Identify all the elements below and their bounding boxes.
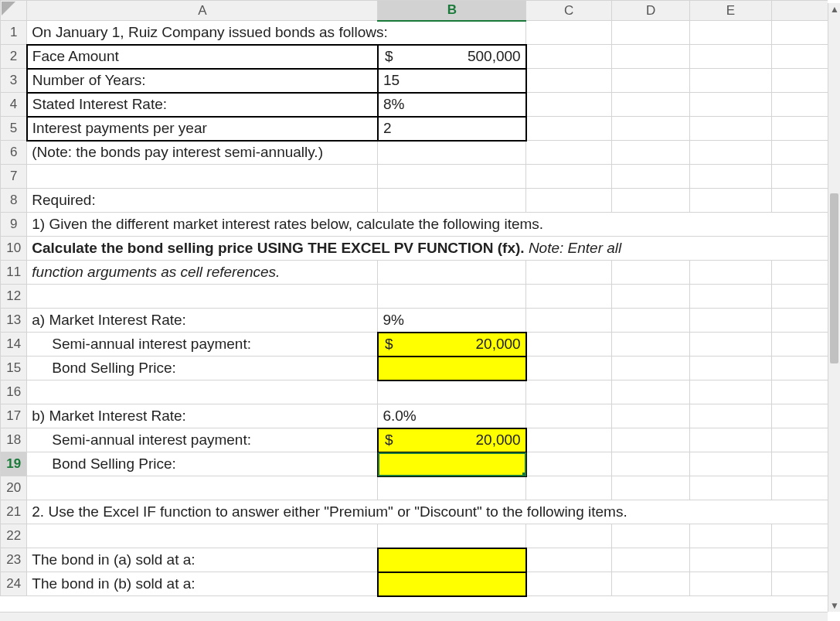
cell-D2[interactable] [612,45,690,69]
cell-A16[interactable] [27,380,378,404]
cell-D18[interactable] [612,428,690,452]
cell-A2[interactable]: Face Amount [27,45,378,69]
cell-E1[interactable] [690,21,772,45]
cell-B12[interactable] [378,285,526,309]
cell-F16[interactable] [772,380,828,404]
cell-F11[interactable] [772,261,828,285]
cell-A6[interactable]: (Note: the bonds pay interest semi-annua… [27,141,378,165]
cell-C18[interactable] [526,428,612,452]
cell-F4[interactable] [772,93,828,117]
row-header-11[interactable]: 11 [1,261,27,285]
cell-E19[interactable] [690,452,772,476]
cell-F2[interactable] [772,45,828,69]
row-header-19[interactable]: 19 [1,452,27,476]
cell-E3[interactable] [690,69,772,93]
cell-E22[interactable] [690,524,772,548]
cell-E16[interactable] [690,380,772,404]
worksheet-grid[interactable]: A B C D E 1 On January 1, Ruiz Company i… [0,0,828,612]
cell-C14[interactable] [526,333,612,357]
cell-E12[interactable] [690,285,772,309]
cell-F3[interactable] [772,69,828,93]
cell-A1[interactable]: On January 1, Ruiz Company issued bonds … [27,21,526,45]
row-header-22[interactable]: 22 [1,524,27,548]
row-header-9[interactable]: 9 [1,213,27,237]
cell-E11[interactable] [690,261,772,285]
cell-D15[interactable] [612,357,690,380]
cell-F20[interactable] [772,476,828,500]
cell-B18[interactable]: $ 20,000 [378,428,526,452]
row-header-2[interactable]: 2 [1,45,27,69]
row-header-5[interactable]: 5 [1,117,27,141]
cell-A3[interactable]: Number of Years: [27,69,378,93]
cell-F18[interactable] [772,428,828,452]
horizontal-scrollbar[interactable] [0,612,828,621]
cell-A5[interactable]: Interest payments per year [27,117,378,141]
cell-F19[interactable] [772,452,828,476]
cell-D3[interactable] [612,69,690,93]
cell-A10[interactable]: Calculate the bond selling price USING T… [27,237,828,261]
cell-F7[interactable] [772,165,828,189]
cell-A8[interactable]: Required: [27,189,378,213]
cell-C5[interactable] [526,117,612,141]
cell-E23[interactable] [690,548,772,572]
cell-D13[interactable] [612,309,690,333]
cell-E18[interactable] [690,428,772,452]
cell-A18[interactable]: Semi-annual interest payment: [27,428,378,452]
cell-C11[interactable] [526,261,612,285]
col-header-D[interactable]: D [612,1,690,21]
col-header-E[interactable]: E [690,1,772,21]
row-header-20[interactable]: 20 [1,476,27,500]
cell-D6[interactable] [612,141,690,165]
cell-D1[interactable] [612,21,690,45]
cell-C4[interactable] [526,93,612,117]
row-header-6[interactable]: 6 [1,141,27,165]
cell-E5[interactable] [690,117,772,141]
col-header-A[interactable]: A [27,1,378,21]
cell-D7[interactable] [612,165,690,189]
cell-C12[interactable] [526,285,612,309]
cell-E2[interactable] [690,45,772,69]
cell-A23[interactable]: The bond in (a) sold at a: [27,548,378,572]
cell-C19[interactable] [526,452,612,476]
cell-A19[interactable]: Bond Selling Price: [27,452,378,476]
cell-A12[interactable] [27,285,378,309]
row-header-14[interactable]: 14 [1,333,27,357]
row-header-10[interactable]: 10 [1,237,27,261]
cell-A14[interactable]: Semi-annual interest payment: [27,333,378,357]
cell-B17[interactable]: 6.0% [378,404,526,428]
cell-F22[interactable] [772,524,828,548]
cell-B6[interactable] [378,141,526,165]
cell-F1[interactable] [772,21,828,45]
cell-C15[interactable] [526,357,612,380]
cell-B7[interactable] [378,165,526,189]
cell-F14[interactable] [772,333,828,357]
cell-D17[interactable] [612,404,690,428]
cell-B5[interactable]: 2 [378,117,526,141]
scroll-track[interactable] [828,15,840,599]
cell-C2[interactable] [526,45,612,69]
cell-D8[interactable] [612,189,690,213]
row-header-8[interactable]: 8 [1,189,27,213]
cell-E15[interactable] [690,357,772,380]
cell-E14[interactable] [690,333,772,357]
cell-D5[interactable] [612,117,690,141]
cell-C3[interactable] [526,69,612,93]
row-header-3[interactable]: 3 [1,69,27,93]
cell-C24[interactable] [526,572,612,596]
cell-F8[interactable] [772,189,828,213]
scroll-down-arrow-icon[interactable]: ▼ [828,599,840,612]
row-header-13[interactable]: 13 [1,309,27,333]
cell-F15[interactable] [772,357,828,380]
cell-B16[interactable] [378,380,526,404]
cell-B24[interactable] [378,572,526,596]
cell-A22[interactable] [27,524,378,548]
cell-E6[interactable] [690,141,772,165]
row-header-7[interactable]: 7 [1,165,27,189]
cell-E20[interactable] [690,476,772,500]
cell-A9[interactable]: 1) Given the different market interest r… [27,213,828,237]
cell-E4[interactable] [690,93,772,117]
cell-B3[interactable]: 15 [378,69,526,93]
cell-C6[interactable] [526,141,612,165]
cell-C17[interactable] [526,404,612,428]
cell-A7[interactable] [27,165,378,189]
